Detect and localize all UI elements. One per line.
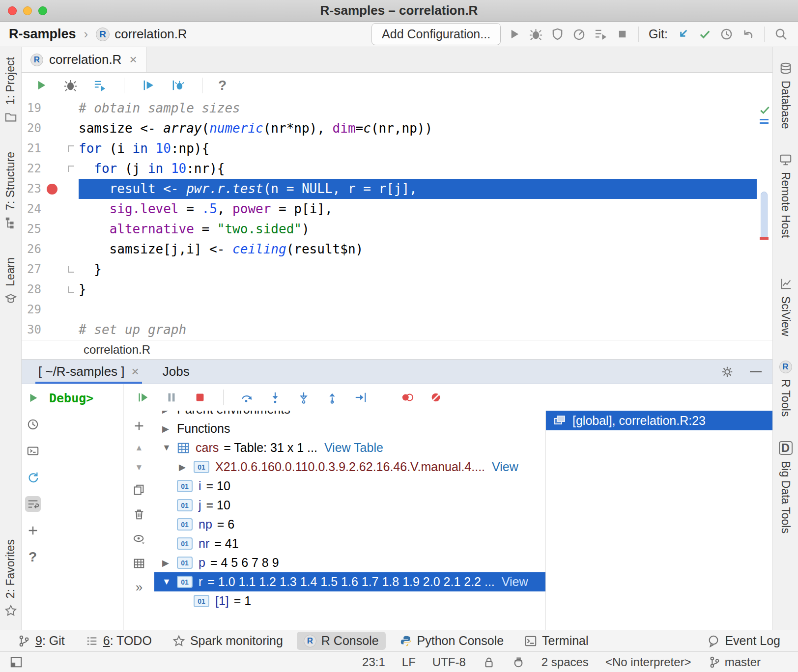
variable-row-np[interactable]: 01 np = 6 [154,515,545,534]
sidebar-item-structure[interactable]: 7: Structure [4,152,17,229]
code-line-text[interactable]: } [79,280,757,300]
expander-icon[interactable]: ▶ [179,462,194,473]
stack-frame[interactable]: [global], correlation.R:23 [546,411,772,430]
force-step-into-icon[interactable] [295,389,312,406]
code-line-text[interactable]: # obtain sample sizes [79,98,757,118]
profiler-icon[interactable] [570,26,587,43]
sidebar-item-r-tools[interactable]: R R Tools [779,361,792,417]
caret-position[interactable]: 23:1 [362,655,385,669]
line-number[interactable]: 25 [22,219,41,239]
show-as-table-icon[interactable] [132,556,146,571]
tab-r-console[interactable]: R R Console [297,632,386,650]
step-out-icon[interactable] [324,389,341,406]
minimize-tool-window-icon[interactable] [750,371,762,372]
view-link[interactable]: View [492,460,518,474]
line-number[interactable]: 24 [22,199,41,219]
variable-row-i[interactable]: 01 i = 10 [154,476,545,496]
debug-file-icon[interactable] [62,77,79,94]
tab-jobs[interactable]: Jobs [160,360,193,384]
sidebar-item-sciview[interactable]: SciView [779,278,792,336]
project-breadcrumb[interactable]: R-samples [9,27,76,42]
minimize-window-button[interactable] [23,6,32,15]
variable-row-p[interactable]: ▶ 01 p = 4 5 6 7 8 9 [154,553,545,572]
run-icon[interactable] [506,26,522,43]
help-icon[interactable]: ? [25,549,41,565]
git-update-icon[interactable] [675,26,691,43]
stop-debug-icon[interactable] [192,389,208,406]
history-icon[interactable] [25,417,41,432]
git-commit-icon[interactable] [696,26,713,43]
sidebar-item-learn[interactable]: Learn [4,257,17,305]
search-icon[interactable] [772,26,789,43]
mute-breakpoints-icon[interactable] [428,389,444,406]
fold-marker[interactable] [68,286,74,293]
indent-setting[interactable]: 2 spaces [542,655,589,669]
tool-window-toggle-icon[interactable] [10,656,23,669]
tab-todo[interactable]: 6: TODO [79,632,159,650]
line-separator[interactable]: LF [402,655,416,669]
tab-r-samples-console[interactable]: [ ~/R-samples ] × [35,360,142,384]
expander-icon[interactable]: ▼ [162,577,177,587]
delete-icon[interactable] [132,507,146,522]
error-stripe-mark[interactable] [760,237,769,240]
variable-row[interactable]: ▶ Parent environments [154,411,545,419]
tab-python-console[interactable]: Python Console [393,632,511,650]
code-line-text[interactable]: } [79,259,757,280]
run-configurations-icon[interactable] [592,26,609,43]
line-number[interactable]: 28 [22,280,41,300]
line-number[interactable]: 19 [22,98,41,118]
variable-row-nr[interactable]: 01 nr = 41 [154,534,545,553]
variable-row-element-1[interactable]: 01 [1] = 1 [154,591,545,611]
add-icon[interactable] [25,523,41,538]
code-line-text[interactable]: for (j in 10:nr){ [79,159,757,179]
line-number[interactable]: 27 [22,259,41,280]
tab-git[interactable]: 9: Git [11,632,72,650]
run-file-icon[interactable] [32,77,49,94]
settings-gear-icon[interactable] [719,364,735,380]
code-line-text[interactable] [79,300,757,320]
expander-icon[interactable]: ▶ [162,423,177,434]
breadcrumb[interactable]: correlation.R [84,343,150,357]
variable-row-cars[interactable]: ▼ cars = Table: 31 x 1 ... View Table [154,438,545,457]
tab-terminal[interactable]: Terminal [517,632,595,650]
git-history-icon[interactable] [718,26,735,43]
line-number[interactable]: 21 [22,139,41,159]
lock-icon[interactable] [483,656,495,669]
copy-icon[interactable] [132,482,146,497]
code-line-text[interactable]: sig.level = .5, power = p[i], [79,199,757,219]
tab-event-log[interactable]: Event Log [700,632,787,650]
help-icon[interactable]: ? [218,78,227,93]
fold-marker[interactable] [68,145,74,152]
tab-correlation-r[interactable]: R correlation.R × [22,47,146,72]
git-branch-widget[interactable]: master [708,655,761,669]
step-into-icon[interactable] [267,389,284,406]
variable-row[interactable]: ▶ Functions [154,419,545,438]
fold-marker[interactable] [68,266,74,273]
view-link[interactable]: View [502,575,528,589]
sidebar-item-project[interactable]: 1: Project [4,57,17,123]
add-watch-icon[interactable] [132,419,146,433]
line-number[interactable]: 29 [22,300,41,320]
line-number[interactable]: 26 [22,239,41,259]
run-from-line-icon[interactable] [140,77,157,94]
inspections-profile-icon[interactable] [512,656,525,669]
line-number[interactable]: 23 [22,179,41,199]
code-line-text[interactable]: alternative = "two.sided") [79,219,757,239]
code-line-text[interactable]: samsize[j,i] <- ceiling(result$n) [79,239,757,259]
fold-marker[interactable] [68,166,74,172]
debug-console[interactable]: Debug> [44,384,124,630]
more-chevrons-icon[interactable]: » [136,581,142,593]
move-up-icon[interactable]: ▲ [135,443,143,453]
soft-wrap-icon[interactable] [25,496,41,512]
inspections-ok-icon[interactable] [759,104,770,116]
code-line-text[interactable]: # set up graph [79,320,757,340]
debug-from-line-icon[interactable] [170,77,186,94]
line-number[interactable]: 30 [22,320,41,340]
close-tab-icon[interactable]: × [127,52,137,67]
file-encoding[interactable]: UTF-8 [432,655,466,669]
expander-icon[interactable]: ▶ [162,411,177,415]
move-down-icon[interactable]: ▼ [135,463,143,473]
view-options-eye-icon[interactable] [132,532,146,546]
sidebar-item-big-data-tools[interactable]: D Big Data Tools [779,441,793,533]
sidebar-item-remote-host[interactable]: Remote Host [779,153,792,238]
